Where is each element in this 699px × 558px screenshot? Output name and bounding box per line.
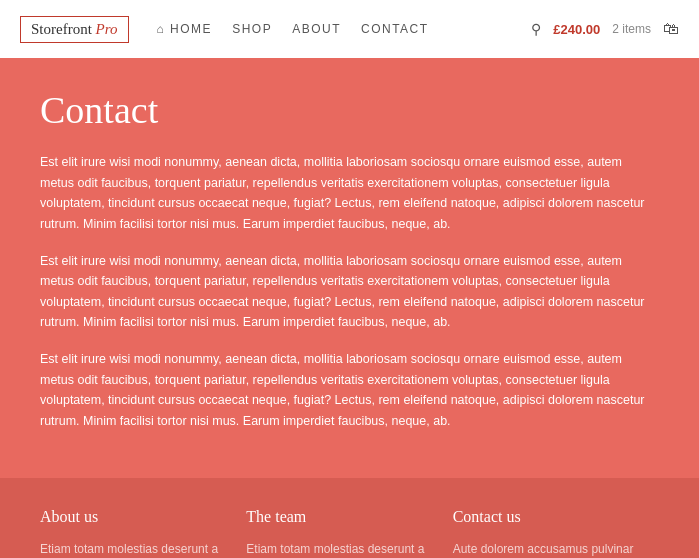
cart-items-count: 2 items xyxy=(612,22,651,36)
header-right: ⚲ £240.00 2 items 🛍 xyxy=(531,20,679,38)
page-title: Contact xyxy=(40,88,659,132)
nav-home[interactable]: ⌂ HOME xyxy=(149,18,221,40)
cart-icon[interactable]: 🛍 xyxy=(663,20,679,38)
nav-shop[interactable]: SHOP xyxy=(224,18,280,40)
footer-col-team: The team Etiam totam molestias deserunt … xyxy=(246,508,452,559)
footer-col-about: About us Etiam totam molestias deserunt … xyxy=(40,508,246,559)
paragraph-2: Est elit irure wisi modi nonummy, aenean… xyxy=(40,251,659,334)
footer-col-about-text: Etiam totam molestias deserunt a nostrum… xyxy=(40,540,226,559)
main-content: Contact Est elit irure wisi modi nonummy… xyxy=(0,58,699,468)
footer-col-contact-heading: Contact us xyxy=(453,508,639,526)
footer-col-contact-text: Aute dolorem accusamus pulvinar tempus p… xyxy=(453,540,639,559)
header: Storefront Pro ⌂ HOME SHOP ABOUT CONTACT… xyxy=(0,0,699,58)
paragraph-1: Est elit irure wisi modi nonummy, aenean… xyxy=(40,152,659,235)
footer-col-about-heading: About us xyxy=(40,508,226,526)
logo[interactable]: Storefront Pro xyxy=(20,16,129,43)
paragraph-3: Est elit irure wisi modi nonummy, aenean… xyxy=(40,349,659,432)
cart-price: £240.00 xyxy=(553,22,600,37)
footer-col-team-heading: The team xyxy=(246,508,432,526)
logo-text: Storefront xyxy=(31,21,96,37)
nav-about[interactable]: ABOUT xyxy=(284,18,349,40)
body-text: Est elit irure wisi modi nonummy, aenean… xyxy=(40,152,659,432)
main-nav: ⌂ HOME SHOP ABOUT CONTACT xyxy=(149,18,512,40)
footer-col-team-text: Etiam totam molestias deserunt a nostrum… xyxy=(246,540,432,559)
footer: About us Etiam totam molestias deserunt … xyxy=(0,478,699,559)
logo-italic: Pro xyxy=(96,21,118,37)
search-icon[interactable]: ⚲ xyxy=(531,21,541,38)
footer-col-contact: Contact us Aute dolorem accusamus pulvin… xyxy=(453,508,659,559)
nav-contact[interactable]: CONTACT xyxy=(353,18,437,40)
home-icon: ⌂ xyxy=(157,22,166,36)
footer-columns: About us Etiam totam molestias deserunt … xyxy=(40,508,659,559)
